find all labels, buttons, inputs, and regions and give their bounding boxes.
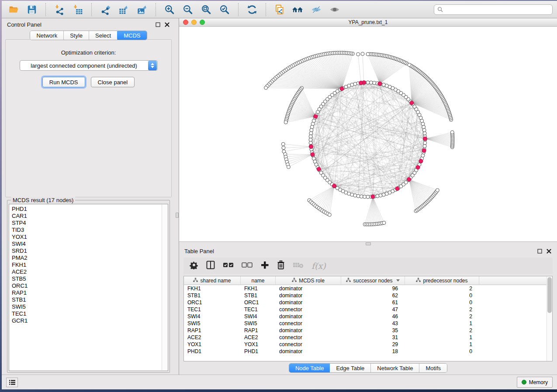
export-network-icon[interactable] xyxy=(98,3,113,17)
table-row[interactable]: RAP1RAP1dominator352 xyxy=(184,327,552,334)
mcds-node-item[interactable]: TEC1 xyxy=(12,310,168,317)
table-scrollbar[interactable] xyxy=(547,276,552,361)
mcds-node-item[interactable]: FKH1 xyxy=(12,261,168,268)
app-window: Control Panel NetworkStyleSelectMCDS Opt… xyxy=(2,1,557,389)
tab-edge-table[interactable]: Edge Table xyxy=(330,364,371,372)
table-row[interactable]: PHD1PHD1dominator180 xyxy=(184,348,552,355)
vertical-splitter[interactable] xyxy=(175,18,179,375)
table-row[interactable]: SWI4SWI4dominator462 xyxy=(184,313,552,320)
minimize-window-icon[interactable] xyxy=(191,20,197,25)
mcds-node-item[interactable]: PHD1 xyxy=(12,206,168,213)
close-panel-button[interactable]: Close panel xyxy=(91,77,135,87)
tab-network-table[interactable]: Network Table xyxy=(371,364,419,372)
column-header-MCDS-role[interactable]: MCDS role xyxy=(276,276,341,285)
close-panel-icon[interactable] xyxy=(164,22,170,28)
first-neighbors-icon[interactable] xyxy=(291,3,305,17)
float-panel-icon[interactable] xyxy=(537,248,543,254)
column-header-predecessor-nodes[interactable]: predecessor nodes xyxy=(405,276,479,285)
refresh-icon[interactable] xyxy=(245,3,259,17)
delete-icon[interactable] xyxy=(277,260,285,272)
dropdown-stepper-icon xyxy=(148,61,157,70)
mcds-node-item[interactable]: ORC1 xyxy=(12,282,168,289)
tab-node-table[interactable]: Node Table xyxy=(289,363,331,373)
show-columns-icon[interactable] xyxy=(206,260,215,272)
mcds-node-item[interactable]: CAR1 xyxy=(12,213,168,220)
cell-successor-nodes: 62 xyxy=(341,292,405,299)
close-window-icon[interactable] xyxy=(183,20,188,25)
open-folder-icon[interactable] xyxy=(6,3,21,17)
run-mcds-button[interactable]: Run MCDS xyxy=(42,77,85,87)
mcds-node-item[interactable]: RAP1 xyxy=(12,289,168,296)
mcds-node-item[interactable]: STP4 xyxy=(12,220,168,227)
cell-successor-nodes: 96 xyxy=(341,285,405,292)
table-row[interactable]: FKH1FKH1dominator962 xyxy=(184,285,552,292)
zoom-fit-icon[interactable] xyxy=(199,3,214,17)
network-titlebar[interactable]: YPA_prune.txt_1 xyxy=(179,18,557,27)
export-table-icon[interactable] xyxy=(116,3,131,17)
column-header-name[interactable]: name xyxy=(241,276,276,285)
column-header-shared-name[interactable]: shared name xyxy=(184,276,241,285)
copy-network-icon[interactable] xyxy=(272,3,287,17)
mcds-node-item[interactable]: GCR1 xyxy=(12,317,168,324)
float-panel-icon[interactable] xyxy=(155,22,161,28)
table-row[interactable]: ORC1ORC1dominator610 xyxy=(184,299,552,306)
task-history-icon[interactable] xyxy=(6,378,18,387)
tab-select[interactable]: Select xyxy=(89,31,118,40)
memory-button[interactable]: Memory xyxy=(517,377,553,388)
select-all-icon[interactable] xyxy=(223,261,234,270)
show-all-icon[interactable] xyxy=(327,3,342,17)
mcds-node-item[interactable]: YOX1 xyxy=(12,234,168,241)
network-graph xyxy=(179,27,557,241)
tab-network[interactable]: Network xyxy=(30,31,64,40)
horizontal-splitter[interactable] xyxy=(179,241,557,245)
tab-style[interactable]: Style xyxy=(64,31,89,40)
cell-name: TEC1 xyxy=(241,306,276,313)
table-row[interactable]: SWI5SWI5connector431 xyxy=(184,320,552,327)
zoom-out-icon[interactable] xyxy=(180,3,195,17)
table-row[interactable]: YOX1YOX1connector291 xyxy=(184,341,552,348)
splitter-grip[interactable] xyxy=(366,242,371,245)
cell-successor-nodes: 18 xyxy=(341,348,405,355)
hide-selected-icon[interactable] xyxy=(309,3,324,17)
table-settings-icon[interactable] xyxy=(190,261,198,271)
scrollbar-thumb[interactable] xyxy=(547,277,552,313)
mcds-node-item[interactable]: PMA2 xyxy=(12,254,168,261)
table-row[interactable]: ACE2ACE2connector311 xyxy=(184,334,552,341)
column-header-successor-nodes[interactable]: successor nodes xyxy=(341,276,405,285)
network-view[interactable] xyxy=(179,27,557,241)
table-row[interactable]: TEC1TEC1connector472 xyxy=(184,306,552,313)
tab-motifs[interactable]: Motifs xyxy=(419,364,447,372)
export-image-icon[interactable] xyxy=(135,3,149,17)
mcds-node-item[interactable]: SWI4 xyxy=(12,241,168,248)
import-table-icon[interactable] xyxy=(70,3,85,17)
network-window: YPA_prune.txt_1 xyxy=(179,18,557,241)
deselect-all-icon[interactable] xyxy=(242,261,253,270)
splitter-grip[interactable] xyxy=(176,213,179,218)
criterion-dropdown[interactable]: largest connected component (undirected) xyxy=(20,60,158,71)
search-box[interactable] xyxy=(434,4,553,15)
mcds-node-item[interactable]: SRD1 xyxy=(12,248,168,254)
mcds-node-item[interactable]: STB5 xyxy=(12,275,168,282)
maximize-window-icon[interactable] xyxy=(200,20,205,25)
cell-MCDS-role: dominator xyxy=(276,299,341,306)
toolbar-separator xyxy=(45,3,46,16)
mcds-node-item[interactable]: TID3 xyxy=(12,227,168,234)
cell-predecessor-nodes: 1 xyxy=(405,341,479,348)
mcds-node-item[interactable]: STB1 xyxy=(12,296,168,303)
table-row[interactable]: STB1STB1dominator620 xyxy=(184,292,552,299)
close-panel-icon[interactable] xyxy=(546,248,552,254)
search-input[interactable] xyxy=(445,7,549,13)
mcds-result-list[interactable]: PHD1CAR1STP4TID3YOX1SWI4SRD1PMA2FKH1ACE2… xyxy=(9,204,168,371)
zoom-in-icon[interactable] xyxy=(162,3,177,17)
mcds-node-item[interactable]: SWI5 xyxy=(12,303,168,310)
mcds-node-item[interactable]: ACE2 xyxy=(12,268,168,275)
zoom-selected-icon[interactable] xyxy=(217,3,232,17)
mcds-list-scrollbar[interactable] xyxy=(162,205,167,370)
sort-chevron-icon[interactable] xyxy=(396,279,400,282)
import-network-icon[interactable] xyxy=(52,3,67,17)
node-table[interactable]: shared namenameMCDS rolesuccessor nodesp… xyxy=(183,276,553,361)
add-column-icon[interactable] xyxy=(260,261,269,271)
cell-successor-nodes: 46 xyxy=(341,313,405,320)
save-icon[interactable] xyxy=(24,3,39,17)
tab-mcds[interactable]: MCDS xyxy=(117,31,147,40)
